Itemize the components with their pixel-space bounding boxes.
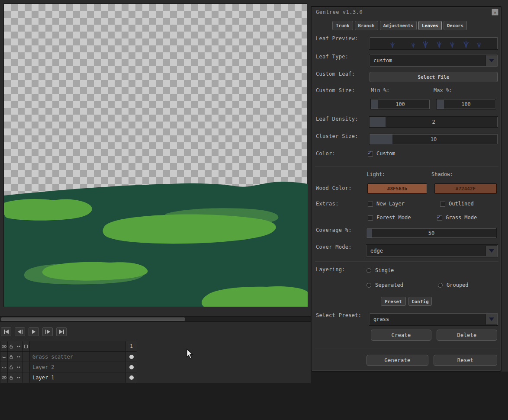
- leaf-type-value: custom: [373, 55, 392, 66]
- light-label: Light:: [367, 171, 385, 177]
- eye-closed-icon: [1, 365, 7, 370]
- layer-continuous-toggle[interactable]: [15, 372, 23, 383]
- pixel-canvas[interactable]: [3, 3, 307, 307]
- first-frame-button[interactable]: [1, 327, 11, 336]
- select-preset-label: Select Preset:: [316, 312, 361, 318]
- cluster-size-slider[interactable]: 10: [370, 134, 498, 144]
- dropdown-arrow-button[interactable]: [485, 55, 497, 66]
- next-frame-button[interactable]: [42, 327, 53, 336]
- tab-leaves[interactable]: Leaves: [418, 21, 442, 30]
- skip-end-icon: [59, 330, 63, 334]
- custom-color-checkbox[interactable]: ✓: [368, 151, 373, 157]
- custom-leaf-label: Custom Leaf:: [316, 71, 355, 77]
- layer-row-layer-1[interactable]: Layer 1: [0, 372, 137, 383]
- dots-icon: [16, 344, 21, 349]
- dots-icon: [16, 354, 21, 359]
- play-button[interactable]: [29, 327, 39, 336]
- leaf-density-value: 2: [370, 117, 497, 127]
- grass-mode-checkbox[interactable]: ✓: [437, 215, 442, 221]
- delete-button[interactable]: Delete: [437, 330, 497, 341]
- layer-lock-toggle[interactable]: [8, 352, 15, 362]
- single-radio[interactable]: [367, 268, 371, 273]
- leaf-density-slider[interactable]: 2: [370, 117, 498, 127]
- visibility-all-toggle[interactable]: [0, 341, 8, 351]
- continuous-all-toggle[interactable]: [15, 341, 23, 351]
- layer-continuous-toggle[interactable]: [15, 362, 23, 372]
- check-icon: ✓: [437, 213, 440, 220]
- preset-button[interactable]: Preset: [381, 297, 406, 306]
- leaf-type-label: Leaf Type:: [316, 54, 348, 60]
- frame-number[interactable]: 1: [126, 341, 137, 351]
- expand-toggle[interactable]: [23, 341, 30, 351]
- layer-extra-cell: [23, 362, 30, 372]
- new-layer-checkbox[interactable]: [368, 202, 373, 207]
- layer-visibility-toggle[interactable]: [0, 362, 8, 372]
- horizontal-scrollbar[interactable]: [0, 316, 311, 322]
- separator: [315, 166, 498, 167]
- outlined-checkbox[interactable]: [440, 202, 445, 207]
- layer-cel[interactable]: [126, 372, 137, 383]
- layer-lock-toggle[interactable]: [8, 372, 15, 383]
- layer-name[interactable]: Layer 1: [30, 372, 126, 383]
- grouped-radio-label: Grouped: [447, 282, 469, 288]
- chevron-down-icon: [489, 249, 494, 253]
- select-preset-dropdown[interactable]: grass: [370, 313, 498, 325]
- cluster-size-label: Cluster Size:: [316, 133, 358, 139]
- layer-name[interactable]: Layer 2: [30, 362, 126, 372]
- lock-icon: [9, 365, 14, 370]
- last-frame-button[interactable]: [56, 327, 67, 336]
- layer-cel[interactable]: [126, 352, 137, 362]
- check-icon: ✓: [368, 149, 371, 156]
- grouped-radio[interactable]: [438, 283, 443, 288]
- dropdown-arrow-button[interactable]: [485, 246, 497, 256]
- tab-branch[interactable]: Branch: [355, 21, 378, 30]
- forest-mode-checkbox[interactable]: [368, 215, 373, 221]
- leaf-type-dropdown[interactable]: custom: [370, 55, 498, 67]
- close-button[interactable]: ✕: [492, 9, 498, 16]
- layer-visibility-toggle[interactable]: [0, 372, 8, 383]
- dots-icon: [16, 365, 21, 370]
- create-button[interactable]: Create: [371, 330, 431, 341]
- max-percent-label: Max %:: [434, 87, 452, 93]
- square-icon: [23, 344, 29, 349]
- layer-row-grass-scatter[interactable]: Grass scatter: [0, 352, 137, 362]
- lock-icon: [9, 354, 14, 359]
- layer-row-layer-2[interactable]: Layer 2: [0, 362, 137, 372]
- wood-light-swatch[interactable]: #8F563b: [367, 183, 427, 194]
- layer-continuous-toggle[interactable]: [15, 352, 23, 362]
- next-icon: [47, 330, 50, 334]
- lock-icon: [9, 375, 14, 380]
- select-file-button[interactable]: Select File: [370, 72, 498, 82]
- tab-trunk[interactable]: Trunk: [332, 21, 353, 30]
- bottom-right-background: [311, 372, 508, 420]
- prev-frame-button[interactable]: [15, 327, 25, 336]
- coverage-label: Coverage %:: [316, 227, 352, 233]
- wood-shadow-swatch[interactable]: #72442F: [434, 183, 497, 194]
- config-button[interactable]: Config: [408, 297, 432, 306]
- generate-button[interactable]: Generate: [367, 355, 428, 366]
- coverage-value: 50: [367, 229, 496, 237]
- reset-button[interactable]: Reset: [434, 355, 497, 366]
- lock-all-toggle[interactable]: [8, 341, 15, 351]
- max-percent-slider[interactable]: 100: [437, 99, 495, 109]
- leaf-preview-box: [370, 37, 498, 49]
- cover-mode-dropdown[interactable]: edge: [367, 245, 498, 257]
- cover-mode-value: edge: [370, 245, 383, 256]
- min-percent-slider[interactable]: 100: [371, 99, 430, 109]
- extras-label: Extras:: [316, 201, 339, 207]
- outlined-checkbox-label: Outlined: [449, 201, 474, 207]
- cel-dot: [129, 355, 134, 359]
- min-percent-label: Min %:: [371, 87, 389, 93]
- tab-adjustments[interactable]: Adjustments: [380, 21, 417, 30]
- wood-color-label: Wood Color:: [316, 185, 352, 191]
- scrollbar-thumb[interactable]: [1, 317, 185, 321]
- dropdown-arrow-button[interactable]: [485, 314, 497, 324]
- tab-decors[interactable]: Decors: [444, 21, 467, 30]
- layer-lock-toggle[interactable]: [8, 362, 15, 372]
- shadow-label: Shadow:: [431, 171, 453, 177]
- layer-visibility-toggle[interactable]: [0, 352, 8, 362]
- layer-cel[interactable]: [126, 362, 137, 372]
- separated-radio[interactable]: [367, 283, 371, 288]
- coverage-slider[interactable]: 50: [367, 228, 496, 238]
- layer-name[interactable]: Grass scatter: [30, 352, 126, 362]
